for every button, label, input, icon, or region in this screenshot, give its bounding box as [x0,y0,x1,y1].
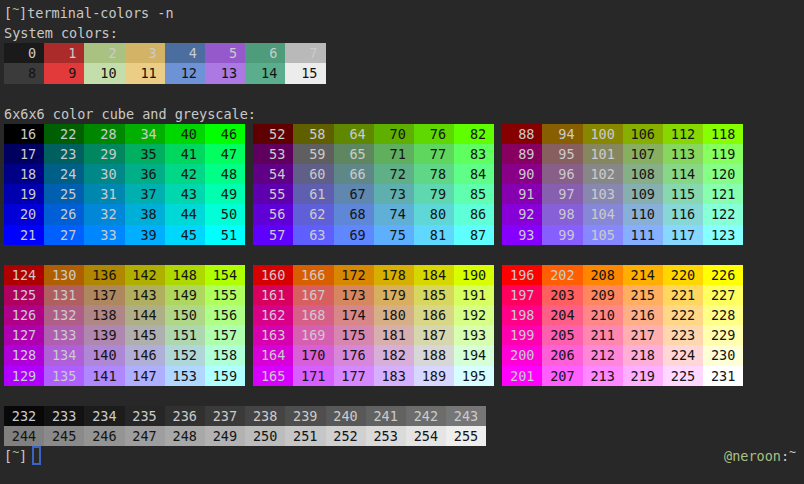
color-cell-203: 203 [542,285,582,305]
color-cell-26: 26 [44,204,84,224]
color-cell-131: 131 [44,285,84,305]
color-cell-246: 246 [84,426,124,446]
color-cell-252: 252 [326,426,366,446]
greyscale-row-2: 244245246247248249250251252253254255 [4,426,804,446]
color-cell-128: 128 [4,345,44,365]
color-cell-59: 59 [293,144,333,164]
prompt-tilde: ~ [12,445,19,459]
color-cell-158: 158 [205,345,245,365]
color-cell-151: 151 [165,325,205,345]
color-cell-94: 94 [542,124,582,144]
color-cell-156: 156 [205,305,245,325]
color-cell-235: 235 [125,406,165,426]
prompt-line-bottom: [~] @neroon:~ [4,446,804,468]
color-cell-139: 139 [84,325,124,345]
color-cell-29: 29 [84,144,124,164]
color-cell-73: 73 [374,184,414,204]
color-cell-178: 178 [374,265,414,285]
color-cell-141: 141 [84,366,124,386]
color-cell-239: 239 [285,406,325,426]
color-cell-173: 173 [334,285,374,305]
color-cell-87: 87 [454,225,494,245]
terminal-cursor [32,446,41,465]
color-cell-112: 112 [663,124,703,144]
color-cell-174: 174 [334,305,374,325]
color-cell-136: 136 [84,265,124,285]
color-cell-223: 223 [663,325,703,345]
color-cell-33: 33 [84,225,124,245]
system-color-3: 3 [125,43,165,63]
prompt-bracket-close: ] [19,448,27,464]
color-cell-104: 104 [583,204,623,224]
color-cell-138: 138 [84,305,124,325]
color-cell-21: 21 [4,225,44,245]
color-cell-52: 52 [253,124,293,144]
color-cell-121: 121 [703,184,743,204]
color-cell-85: 85 [454,184,494,204]
color-cell-149: 149 [165,285,205,305]
prompt-bracket-open: [ [4,5,12,21]
color-cell-46: 46 [205,124,245,144]
cube-block-88: 8894100106112118899510110711311990961021… [502,124,743,245]
color-cell-70: 70 [374,124,414,144]
prompt-line-top: [~]terminal-colors -n [4,3,804,23]
color-cell-97: 97 [542,184,582,204]
color-cell-168: 168 [293,305,333,325]
color-cell-35: 35 [125,144,165,164]
color-cell-69: 69 [334,225,374,245]
prompt-bracket-close: ] [19,5,27,21]
color-cell-17: 17 [4,144,44,164]
color-cell-74: 74 [374,204,414,224]
color-cell-200: 200 [502,345,542,365]
color-cell-232: 232 [4,406,44,426]
color-cell-31: 31 [84,184,124,204]
color-cell-243: 243 [446,406,486,426]
color-cell-79: 79 [414,184,454,204]
color-cell-72: 72 [374,164,414,184]
color-cell-214: 214 [623,265,663,285]
color-cell-40: 40 [165,124,205,144]
color-cell-27: 27 [44,225,84,245]
color-cell-109: 109 [623,184,663,204]
color-cell-160: 160 [253,265,293,285]
color-cell-195: 195 [454,366,494,386]
color-cell-101: 101 [583,144,623,164]
system-colors-row-1: 01234567 [4,43,804,63]
color-cell-36: 36 [125,164,165,184]
color-cell-219: 219 [623,366,663,386]
color-cell-202: 202 [542,265,582,285]
color-cell-172: 172 [334,265,374,285]
color-cell-125: 125 [4,285,44,305]
color-cell-234: 234 [84,406,124,426]
color-cell-54: 54 [253,164,293,184]
color-cell-150: 150 [165,305,205,325]
color-cell-188: 188 [414,345,454,365]
color-cell-30: 30 [84,164,124,184]
cube-block-124: 1241301361421481541251311371431491551261… [4,265,245,386]
color-cell-241: 241 [366,406,406,426]
color-cell-91: 91 [502,184,542,204]
terminal[interactable]: [~]terminal-colors -n System colors: 012… [0,0,804,484]
color-cell-68: 68 [334,204,374,224]
color-cell-222: 222 [663,305,703,325]
color-cell-254: 254 [406,426,446,446]
prompt-command: terminal-colors -n [27,5,173,21]
color-cell-41: 41 [165,144,205,164]
color-cell-80: 80 [414,204,454,224]
color-cell-225: 225 [663,366,703,386]
color-cell-117: 117 [663,225,703,245]
color-cell-84: 84 [454,164,494,184]
color-cell-89: 89 [502,144,542,164]
prompt-bracket-open: [ [4,448,12,464]
color-cell-212: 212 [583,345,623,365]
color-cell-67: 67 [334,184,374,204]
color-cell-18: 18 [4,164,44,184]
color-cell-253: 253 [366,426,406,446]
color-cell-155: 155 [205,285,245,305]
color-cell-207: 207 [542,366,582,386]
color-cell-217: 217 [623,325,663,345]
color-cell-228: 228 [703,305,743,325]
cube-band-bottom: 1241301361421481541251311371431491551261… [4,265,804,386]
system-color-14: 14 [245,63,285,83]
color-cell-22: 22 [44,124,84,144]
